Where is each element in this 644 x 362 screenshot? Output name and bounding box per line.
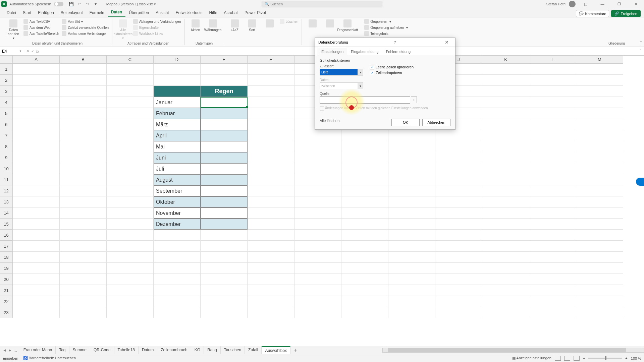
cell[interactable] [60,119,107,130]
kommentare-button[interactable]: 💬 Kommentare [576,10,609,17]
cell[interactable]: Dezember [154,219,201,230]
cell[interactable]: Oktober [154,196,201,207]
cell[interactable] [294,263,341,274]
cell[interactable] [248,296,294,307]
cell[interactable] [60,274,107,285]
cell[interactable] [248,196,294,207]
cell[interactable] [576,119,623,130]
cell[interactable] [60,285,107,296]
cell[interactable] [529,141,576,152]
cell[interactable] [60,64,107,75]
close-icon[interactable]: ✕ [629,1,643,7]
cell[interactable] [529,296,576,307]
filter-button[interactable] [262,19,278,29]
cell[interactable] [482,185,529,196]
cell[interactable] [435,130,482,141]
cell[interactable] [201,97,248,108]
cell[interactable] [248,86,294,97]
cell[interactable] [107,130,154,141]
horizontal-scrollbar[interactable] [382,348,644,353]
cell[interactable] [388,285,435,296]
cell[interactable] [482,141,529,152]
cell[interactable] [341,274,388,285]
cell[interactable] [294,252,341,263]
cell[interactable] [13,185,60,196]
cell[interactable] [13,174,60,185]
cell[interactable] [60,174,107,185]
cell[interactable]: Mai [154,141,201,152]
range-picker-icon[interactable]: ↕ [411,97,417,103]
cell[interactable] [13,119,60,130]
cell[interactable] [341,219,388,230]
cell[interactable] [435,219,482,230]
chevron-down-icon[interactable]: ▼ [19,50,22,53]
cell[interactable]: Januar [154,97,201,108]
zoom-slider[interactable] [588,358,622,359]
eigenschaften-button[interactable]: Eigenschaften [132,25,182,30]
cell[interactable] [13,108,60,119]
enter-formula-icon[interactable]: ✓ [31,49,34,53]
cell[interactable] [529,252,576,263]
cell[interactable] [529,75,576,86]
cell[interactable] [294,207,341,219]
normal-view-icon[interactable] [555,356,561,361]
cell[interactable] [13,207,60,219]
cell[interactable] [482,285,529,296]
save-icon[interactable]: 💾 [68,1,74,7]
tab-ansicht[interactable]: Ansicht [152,8,172,17]
cell[interactable] [341,252,388,263]
cell[interactable] [107,152,154,163]
cell[interactable] [107,285,154,296]
cell[interactable] [388,219,435,230]
cell[interactable] [107,219,154,230]
row-header[interactable]: 6 [0,119,13,130]
col-header[interactable]: A [13,56,60,64]
cell[interactable] [388,252,435,263]
zoom-label[interactable]: 100 % [631,356,641,360]
cell[interactable] [248,119,294,130]
sheet-next-icon[interactable]: ► [8,348,12,353]
cell[interactable] [435,263,482,274]
cell[interactable] [201,307,248,318]
cell[interactable] [529,86,576,97]
freigeben-button[interactable]: 🔗 Freigeben [611,10,641,17]
row-header[interactable]: 1 [0,64,13,75]
prognose-button[interactable]: Prognoseblatt [339,19,356,33]
cell[interactable] [529,196,576,207]
row-header[interactable]: 8 [0,141,13,152]
cell[interactable] [154,274,201,285]
dialog-tab-einstellungen[interactable]: Einstellungen [318,48,347,55]
cell[interactable] [13,130,60,141]
cell[interactable]: November [154,207,201,219]
quelle-input[interactable] [320,96,410,104]
cell[interactable] [388,152,435,163]
cell[interactable] [529,207,576,219]
cell[interactable] [13,163,60,174]
cell[interactable]: September [154,185,201,196]
sheet-tab[interactable]: KG [191,346,204,354]
cell[interactable] [107,64,154,75]
cell[interactable] [482,241,529,252]
autosave-toggle[interactable] [54,2,63,6]
cell[interactable] [435,274,482,285]
cell[interactable] [248,230,294,241]
cell[interactable] [13,219,60,230]
cell[interactable] [341,207,388,219]
text-to-cols-button[interactable] [305,19,321,29]
cell[interactable] [294,152,341,163]
cell[interactable] [201,119,248,130]
cell[interactable] [482,119,529,130]
cell[interactable] [435,141,482,152]
cell[interactable] [529,241,576,252]
avatar[interactable] [569,1,576,7]
row-header[interactable]: 2 [0,75,13,86]
cell[interactable] [576,285,623,296]
cell[interactable] [482,196,529,207]
cell[interactable] [13,252,60,263]
sheet-tab[interactable]: Rang [204,346,221,354]
cell[interactable] [294,174,341,185]
col-header[interactable]: E [201,56,248,64]
cell[interactable] [13,75,60,86]
cell[interactable] [388,163,435,174]
accessibility-label[interactable]: ♿ Barrierefreiheit: Untersuchen [23,356,76,360]
